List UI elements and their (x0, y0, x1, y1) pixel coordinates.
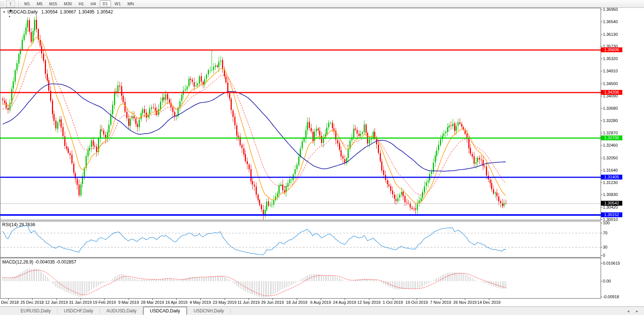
date-axis-label: 28 Mar 2019 (141, 300, 164, 305)
price-axis-label: 1.34910 (603, 69, 618, 73)
level-price-badge: 1.32700 (601, 135, 622, 140)
ohlc-open: 1.30554 (41, 9, 58, 15)
macd-indicator-label: MACD(12,26,9) -0.004035 -0.002857 (2, 259, 76, 265)
chart-tab-usdchf[interactable]: USDCHF,Daily (58, 307, 100, 315)
ohlc-high: 1.30667 (60, 9, 76, 15)
rsi-axis-label: 100 (603, 221, 610, 225)
date-axis-label: 29 Jun 2019 (261, 300, 284, 305)
date-axis-label: 11 Jun 2019 (237, 300, 260, 305)
date-axis-label: 4 May 2019 (189, 300, 211, 305)
level-price-badge: 1.34206 (601, 90, 622, 95)
date-axis-label: 1 Oct 2019 (383, 300, 403, 305)
price-axis-label: 1.31640 (603, 168, 618, 172)
arrows-dropdown-icon[interactable]: ▾ (4, 13, 15, 19)
price-axis-label: 1.31230 (603, 180, 618, 185)
ohlc-close: 1.30542 (97, 9, 113, 15)
date-axis-label: 18 Jul 2019 (286, 300, 308, 305)
label-tool-icon[interactable]: T (6, 1, 15, 7)
timeframe-button-m30[interactable]: M30 (61, 0, 75, 7)
macd-axis-label: -0.00918 (603, 294, 619, 299)
tab-scroll-controls: ◄ ► (626, 307, 644, 315)
date-axis-label: 23 May 2019 (213, 300, 237, 305)
tab-scroll-left-icon[interactable]: ◄ (626, 309, 630, 313)
timeframe-button-h4[interactable]: H4 (87, 0, 99, 7)
chart-tab-audusd[interactable]: AUDUSD,Daily (100, 307, 143, 315)
date-axis-label: 7 Nov 2019 (430, 300, 451, 305)
timeframe-button-w1[interactable]: W1 (112, 0, 124, 7)
toolbar-separator (18, 1, 19, 7)
price-axis-label: 1.32460 (603, 143, 618, 147)
chart-tabs: EURUSD,DailyUSDCHF,DailyAUDUSD,DailyUSDC… (14, 307, 230, 315)
macd-axis-label: 0.010615 (603, 261, 620, 265)
price-axis-label: 1.33680 (603, 106, 618, 110)
chart-tab-usdcnh[interactable]: USDCNH,Daily (187, 307, 230, 315)
date-axis-label: 16 Apr 2019 (165, 300, 187, 305)
price-axis-label: 1.32870 (603, 131, 618, 135)
timeframe-button-m5[interactable]: M5 (34, 0, 45, 7)
price-axis-label: 1.36540 (603, 19, 618, 24)
price-axis-label: 1.30830 (603, 192, 618, 197)
rsi-axis-label: 0 (603, 253, 605, 258)
date-axis-label: 6 Aug 2019 (310, 300, 331, 305)
date-axis-label: 12 Sep 2019 (357, 300, 380, 305)
trading-terminal: FAT◆▾ M1M5M15M30H1H4D1W1MN ▼USDCAD,Daily… (0, 0, 644, 315)
rsi-indicator-label: RSI(14) 29.7636 (2, 222, 35, 227)
timeframe-button-d1[interactable]: D1 (100, 0, 111, 7)
date-axis-label: 19 Feb 2019 (93, 300, 116, 305)
chart-tab-eurusd[interactable]: EURUSD,Daily (14, 307, 57, 315)
date-axis-label: 31 Jan 2019 (69, 300, 92, 305)
level-price-badge: 1.31405 (601, 175, 622, 180)
toolbar-grip[interactable] (1, 1, 3, 6)
top-toolbar: FAT◆▾ M1M5M15M30H1H4D1W1MN (0, 0, 644, 8)
price-axis-label: 1.33280 (603, 118, 618, 123)
date-axis-label: 9 Mar 2019 (118, 300, 139, 305)
chart-tab-usdcad[interactable]: USDCAD,Daily (143, 307, 187, 315)
chart-title[interactable]: ▼USDCAD,Daily1.305541.306671.304951.3054… (3, 9, 115, 15)
arrows-tool-icon[interactable]: ◆ (6, 7, 15, 13)
price-axis-label: 1.35320 (603, 56, 618, 61)
date-axis-label: 26 Nov 2019 (453, 300, 477, 305)
date-axis-label: 19 Oct 2019 (406, 300, 428, 305)
timeframe-button-h1[interactable]: H1 (76, 0, 87, 7)
timeframe-button-m15[interactable]: M15 (46, 0, 60, 7)
rsi-axis-label: 30 (603, 245, 607, 249)
tab-separator (230, 309, 231, 314)
price-axis-label: 1.32050 (603, 156, 618, 160)
timeframe-buttons-group: M1M5M15M30H1H4D1W1MN (21, 1, 137, 6)
rsi-axis-label: 70 (603, 231, 607, 235)
date-axis-label: 24 Aug 2019 (333, 300, 356, 305)
price-axis-label: 1.34500 (603, 81, 618, 86)
macd-axis-label: 0.00 (603, 279, 611, 283)
date-axis-label: 25 Dec 2018 (21, 300, 44, 305)
price-axis-label: 1.36130 (603, 32, 618, 37)
timeframe-button-mn[interactable]: MN (124, 0, 137, 7)
date-axis-label: 14 Dec 2019 (477, 300, 500, 305)
level-price-badge: 1.35606 (601, 47, 622, 52)
chart-tab-bar: EURUSD,DailyUSDCHF,DailyAUDUSD,DailyUSDC… (0, 306, 644, 315)
date-axis-label: 12 Jan 2019 (45, 300, 68, 305)
price-chart-canvas[interactable] (0, 0, 644, 315)
date-axis-label: 6 Dec 2018 (0, 300, 19, 305)
level-price-badge: 1.30152 (601, 212, 622, 217)
current-price-badge: 1.30542 (601, 201, 622, 206)
ohlc-low: 1.30495 (78, 9, 94, 15)
drawing-tools-group: FAT◆▾ (5, 0, 16, 19)
timeframe-button-m1[interactable]: M1 (21, 0, 33, 7)
tab-scroll-right-icon[interactable]: ► (635, 309, 639, 313)
